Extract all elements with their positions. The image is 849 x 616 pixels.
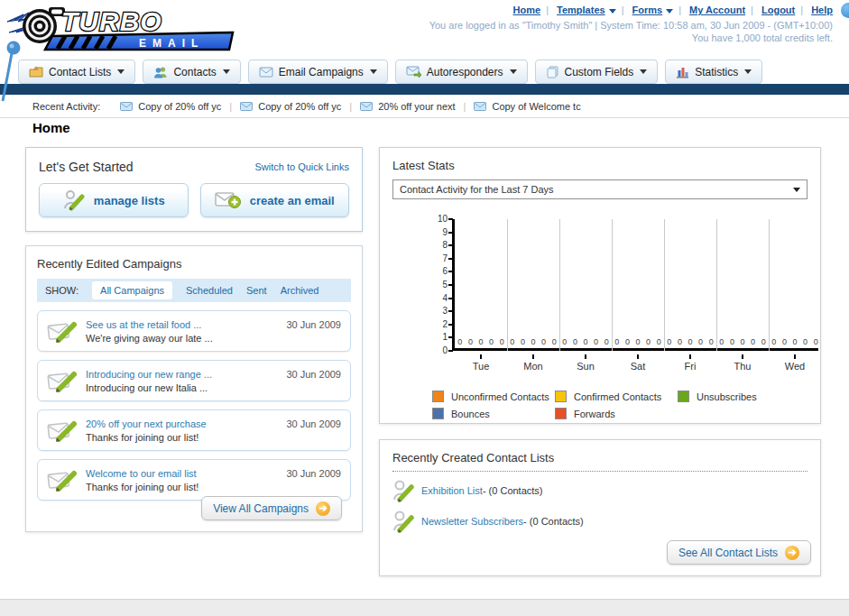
- contact-list-count: - (0 Contacts): [523, 516, 584, 527]
- gridline: [769, 219, 770, 351]
- tab-autoresponders[interactable]: Autoresponders: [395, 60, 528, 84]
- x-axis-tick: [637, 354, 639, 359]
- value-label: 0: [657, 337, 661, 346]
- envelope-plus-icon: [215, 190, 242, 210]
- value-label: 0: [489, 337, 494, 346]
- envelope-pencil-icon: [47, 418, 78, 443]
- y-axis-tick-label: 5: [428, 280, 448, 290]
- top-link-home[interactable]: Home: [513, 5, 541, 15]
- legend-swatch: [432, 391, 444, 402]
- x-axis-tick-label: Tue: [455, 361, 507, 372]
- recent-activity-bar: Recent Activity: Copy of 20% off yc | Co…: [0, 95, 849, 118]
- x-axis-tick: [794, 354, 796, 359]
- value-label: 0: [792, 337, 797, 346]
- x-axis-tick-label: Fri: [664, 361, 716, 372]
- tab-label: Contacts: [173, 66, 216, 78]
- value-label: 0: [531, 337, 535, 346]
- stats-chart-plot: 01234567891000000Tue00000Mon00000Sun0000…: [452, 219, 818, 351]
- campaign-subtitle: Thanks for joining our list!: [86, 432, 207, 443]
- envelope-pencil-icon: [47, 368, 78, 393]
- y-axis-tick: [448, 298, 453, 299]
- value-label: 0: [500, 337, 504, 346]
- value-label: 0: [740, 337, 744, 346]
- recent-activity-item[interactable]: 20% off your next: [360, 101, 455, 112]
- contact-list-link[interactable]: Exhibition List: [421, 485, 483, 496]
- value-label-group: 00000: [559, 337, 612, 346]
- contact-lists-title: Recently Created Contact Lists: [392, 451, 807, 464]
- contact-list-count: - (0 Contacts): [483, 485, 543, 496]
- y-axis-tick-label: 6: [428, 266, 448, 276]
- dotted-divider: [392, 471, 807, 472]
- value-label: 0: [583, 337, 587, 346]
- chevron-down-icon: [370, 69, 377, 74]
- campaign-subtitle: Introducing our new Italia ...: [86, 382, 212, 393]
- contact-list-link[interactable]: Newsletter Subscribers: [421, 516, 523, 527]
- gridline: [559, 219, 560, 351]
- campaign-row[interactable]: Introducing our new range ...Introducing…: [37, 360, 351, 401]
- value-label: 0: [751, 337, 755, 346]
- manage-lists-button[interactable]: manage lists: [39, 183, 189, 217]
- tab-contacts[interactable]: Contacts: [143, 60, 240, 84]
- credits-text: You have 1,000 total credits left.: [692, 32, 833, 43]
- header: TURBO EMAIL Home| Templates| Forms| My A…: [0, 0, 849, 58]
- x-axis-tick: [532, 354, 534, 359]
- tab-label: Custom Fields: [565, 66, 634, 78]
- contact-lists-folder-icon: [29, 66, 43, 78]
- value-label-group: 00000: [769, 337, 821, 346]
- value-label: 0: [698, 337, 703, 346]
- x-axis-tick-label: Wed: [769, 361, 821, 372]
- campaign-row[interactable]: Welcome to our email listThanks for join…: [37, 459, 351, 501]
- top-link-logout[interactable]: Logout: [761, 5, 795, 15]
- top-link-templates[interactable]: Templates: [557, 5, 605, 15]
- tab-label: Autoresponders: [427, 66, 503, 78]
- contact-list-item: Newsletter Subscribers - (0 Contacts): [392, 510, 807, 533]
- footer-strip: [0, 599, 849, 616]
- chart-legend: Unconfirmed ContactsConfirmed ContactsUn…: [432, 391, 811, 419]
- top-link-forms[interactable]: Forms: [632, 5, 663, 15]
- filter-archived[interactable]: Archived: [281, 285, 319, 296]
- person-pencil-icon: [392, 510, 414, 533]
- value-label: 0: [478, 337, 483, 346]
- x-axis-tick-label: Mon: [507, 361, 559, 372]
- view-all-campaigns-button[interactable]: View All Campaigns ➔: [201, 496, 342, 520]
- value-label: 0: [803, 337, 807, 346]
- campaign-row[interactable]: 20% off your next purchaseThanks for joi…: [37, 409, 351, 451]
- tab-label: Email Campaigns: [279, 66, 364, 78]
- legend-swatch: [555, 408, 567, 419]
- recent-activity-item[interactable]: Copy of Welcome tc: [474, 101, 580, 112]
- arrow-right-icon: ➔: [785, 546, 799, 560]
- campaign-title-link[interactable]: 20% off your next purchase: [86, 418, 207, 429]
- stats-period-dropdown[interactable]: Contact Activity for the Last 7 Days: [392, 179, 807, 199]
- tab-custom-fields[interactable]: Custom Fields: [535, 60, 659, 84]
- campaign-row[interactable]: See us at the retail food ...We're givin…: [37, 310, 351, 352]
- chevron-down-icon: [793, 188, 800, 192]
- tab-statistics[interactable]: Statistics: [665, 60, 762, 84]
- legend-label: Confirmed Contacts: [574, 391, 661, 402]
- filter-all-campaigns[interactable]: All Campaigns: [92, 281, 172, 299]
- campaign-title-link[interactable]: Introducing our new range ...: [86, 369, 212, 380]
- filter-scheduled[interactable]: Scheduled: [186, 285, 233, 296]
- y-axis-tick: [448, 218, 453, 220]
- y-axis-tick-label: 3: [428, 306, 448, 316]
- campaign-title-link[interactable]: See us at the retail food ...: [86, 319, 213, 330]
- value-label: 0: [646, 337, 651, 346]
- tab-contact-lists[interactable]: Contact Lists: [18, 60, 135, 84]
- value-label: 0: [667, 337, 671, 346]
- y-axis-tick-label: 7: [428, 253, 448, 263]
- value-label: 0: [457, 337, 462, 346]
- legend-swatch: [432, 408, 444, 419]
- main-nav: Contact Lists Contacts Email Campaigns A…: [18, 60, 762, 84]
- create-email-button[interactable]: create an email: [200, 183, 350, 217]
- recent-activity-item[interactable]: Copy of 20% off yc: [240, 101, 341, 112]
- see-all-contact-lists-button[interactable]: See All Contact Lists ➔: [667, 540, 811, 565]
- recent-activity-item[interactable]: Copy of 20% off yc: [120, 101, 221, 112]
- switch-quick-links-link[interactable]: Switch to Quick Links: [254, 161, 349, 172]
- top-link-my-account[interactable]: My Account: [689, 5, 745, 15]
- y-axis-tick: [448, 232, 453, 234]
- campaign-title-link[interactable]: Welcome to our email list: [86, 468, 198, 479]
- value-label: 0: [510, 337, 514, 346]
- filter-sent[interactable]: Sent: [246, 285, 267, 296]
- tab-email-campaigns[interactable]: Email Campaigns: [248, 60, 388, 84]
- top-link-help[interactable]: Help: [811, 5, 833, 15]
- x-axis-tick: [480, 354, 482, 359]
